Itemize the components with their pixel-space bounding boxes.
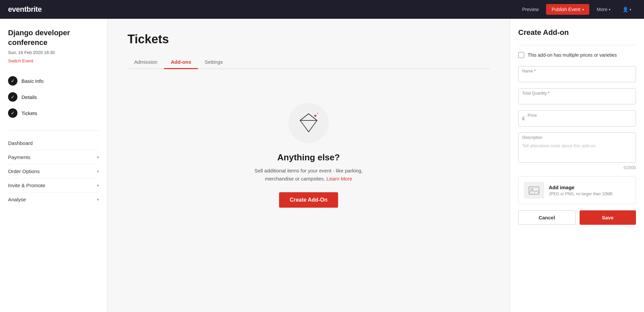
step-details[interactable]: ✓ Details bbox=[8, 89, 99, 105]
diamond-icon bbox=[288, 103, 329, 143]
check-icon-details: ✓ bbox=[11, 94, 15, 100]
account-icon: 👤 bbox=[623, 7, 628, 12]
empty-state: Anything else? Sell additional items for… bbox=[127, 83, 490, 228]
switch-event-link[interactable]: Switch Event bbox=[8, 58, 33, 63]
dashboard-label: Dashboard bbox=[8, 140, 33, 146]
tabs: Admission Add-ons Settings bbox=[127, 56, 490, 69]
sidebar-item-invite-promote[interactable]: Invite & Promote ▾ bbox=[8, 178, 99, 193]
more-label: More bbox=[597, 7, 607, 12]
image-upload-sublabel: JPEG or PNG, no larger than 10MB bbox=[549, 192, 612, 196]
tab-admission[interactable]: Admission bbox=[127, 56, 164, 69]
right-panel: Create Add-on This add-on has multiple p… bbox=[510, 19, 644, 312]
svg-line-7 bbox=[317, 113, 318, 114]
price-prefix-symbol: £ bbox=[522, 116, 525, 121]
order-options-chevron-icon: ▾ bbox=[97, 169, 99, 174]
image-upload-box[interactable]: Add image JPEG or PNG, no larger than 10… bbox=[518, 176, 636, 204]
step-label-tickets: Tickets bbox=[21, 110, 37, 116]
check-icon-tickets: ✓ bbox=[11, 110, 15, 116]
name-input[interactable] bbox=[518, 66, 636, 82]
top-navigation: eventbrite Preview Publish Event ▾ More … bbox=[0, 0, 644, 19]
publish-button[interactable]: Publish Event ▾ bbox=[546, 4, 589, 15]
payments-chevron-icon: ▾ bbox=[97, 155, 99, 160]
logo-text: eventbrite bbox=[8, 5, 42, 13]
order-options-label: Order Options bbox=[8, 168, 40, 174]
check-icon: ✓ bbox=[11, 78, 15, 84]
quantity-field-group: Total Quantity * bbox=[518, 88, 636, 104]
svg-marker-0 bbox=[300, 114, 317, 132]
nav-actions: Preview Publish Event ▾ More ▾ 👤 ▾ bbox=[518, 4, 636, 15]
empty-heading: Anything else? bbox=[277, 152, 340, 163]
main-layout: Django developer conference Sun, 16 Feb … bbox=[0, 19, 644, 312]
empty-description: Sell additional items for your event - l… bbox=[248, 167, 369, 183]
tab-settings[interactable]: Settings bbox=[198, 56, 229, 69]
step-tickets[interactable]: ✓ Tickets bbox=[8, 105, 99, 121]
nav-steps: ✓ Basic Info ✓ Details ✓ Tickets bbox=[8, 73, 99, 121]
page-title: Tickets bbox=[127, 32, 490, 46]
char-count: 0/2500 bbox=[518, 165, 636, 170]
image-upload-label: Add image bbox=[549, 185, 612, 190]
more-button[interactable]: More ▾ bbox=[592, 4, 615, 15]
account-chevron-icon: ▾ bbox=[630, 8, 631, 11]
step-circle-details: ✓ bbox=[8, 92, 17, 102]
sidebar-divider bbox=[8, 131, 99, 131]
multiple-prices-row: This add-on has multiple prices or varie… bbox=[518, 52, 636, 58]
analyse-chevron-icon: ▾ bbox=[97, 197, 99, 202]
invite-promote-chevron-icon: ▾ bbox=[97, 183, 99, 188]
image-upload-info: Add image JPEG or PNG, no larger than 10… bbox=[549, 185, 612, 196]
svg-line-4 bbox=[300, 114, 304, 120]
preview-label: Preview bbox=[522, 7, 539, 12]
total-quantity-input[interactable] bbox=[518, 88, 636, 104]
sidebar-item-dashboard[interactable]: Dashboard bbox=[8, 136, 99, 150]
event-date: Sun, 16 Feb 2020 18:30 bbox=[8, 50, 99, 55]
create-addon-button[interactable]: Create Add-On bbox=[279, 192, 338, 208]
multiple-prices-checkbox[interactable] bbox=[518, 52, 524, 58]
panel-actions: Cancel Save bbox=[518, 210, 636, 225]
cancel-button[interactable]: Cancel bbox=[518, 210, 576, 225]
main-content: Tickets Admission Add-ons Settings bbox=[107, 19, 510, 312]
analyse-label: Analyse bbox=[8, 197, 26, 202]
logo[interactable]: eventbrite bbox=[8, 5, 518, 14]
tab-addons[interactable]: Add-ons bbox=[164, 56, 198, 69]
step-basic-info[interactable]: ✓ Basic Info bbox=[8, 73, 99, 89]
sidebar-item-payments[interactable]: Payments ▾ bbox=[8, 150, 99, 164]
price-field-group: £ Price bbox=[518, 110, 636, 126]
account-button[interactable]: 👤 ▾ bbox=[618, 4, 636, 15]
publish-chevron-icon: ▾ bbox=[582, 8, 584, 11]
preview-button[interactable]: Preview bbox=[518, 4, 544, 15]
price-input[interactable] bbox=[518, 110, 636, 126]
step-circle-tickets: ✓ bbox=[8, 108, 17, 118]
name-field-group: Name * bbox=[518, 66, 636, 82]
publish-label: Publish Event bbox=[551, 7, 580, 12]
sidebar-item-order-options[interactable]: Order Options ▾ bbox=[8, 164, 99, 178]
step-label-details: Details bbox=[21, 94, 37, 100]
step-circle-basic-info: ✓ bbox=[8, 76, 17, 86]
step-label-basic-info: Basic Info bbox=[21, 78, 44, 84]
svg-rect-8 bbox=[529, 187, 539, 194]
sidebar: Django developer conference Sun, 16 Feb … bbox=[0, 19, 107, 312]
payments-label: Payments bbox=[8, 154, 31, 160]
panel-top-divider bbox=[518, 45, 636, 45]
image-placeholder-icon bbox=[524, 182, 544, 199]
learn-more-link[interactable]: Learn More bbox=[326, 176, 352, 181]
description-field-group: Description Tell attendees more about th… bbox=[518, 133, 636, 170]
description-textarea[interactable] bbox=[518, 133, 636, 163]
event-title: Django developer conference bbox=[8, 28, 99, 47]
multiple-prices-label[interactable]: This add-on has multiple prices or varie… bbox=[528, 52, 617, 58]
sidebar-item-analyse[interactable]: Analyse ▾ bbox=[8, 193, 99, 206]
more-chevron-icon: ▾ bbox=[609, 8, 610, 11]
invite-promote-label: Invite & Promote bbox=[8, 183, 45, 188]
panel-title: Create Add-on bbox=[518, 28, 636, 37]
save-button[interactable]: Save bbox=[580, 210, 636, 225]
svg-marker-1 bbox=[300, 114, 317, 120]
